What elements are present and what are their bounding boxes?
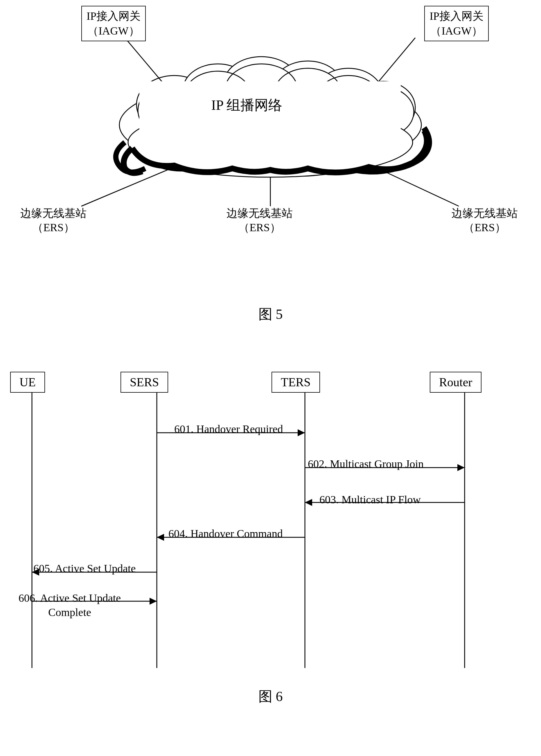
entity-UE-label: UE <box>19 376 36 389</box>
svg-marker-39 <box>157 534 164 541</box>
svg-marker-35 <box>457 464 465 471</box>
ers-right-box: 边缘无线基站 （ERS） <box>452 206 518 235</box>
ers-right-line2: （ERS） <box>452 221 518 235</box>
figure5: IP接入网关 （IAGW） IP接入网关 （IAGW） IP 组播网络 边缘无线… <box>0 0 541 349</box>
iagw-left-line2: （IAGW） <box>87 24 141 38</box>
entity-Router: Router <box>430 372 481 393</box>
msg604-label: 604. Handover Command <box>169 527 283 540</box>
ers-right-line1: 边缘无线基站 <box>452 206 518 221</box>
sequence-diagram: UE SERS TERS Router 601. Handover Requir… <box>0 363 541 712</box>
svg-line-12 <box>372 166 459 206</box>
entity-TERS: TERS <box>271 372 320 393</box>
entity-SERS-label: SERS <box>130 376 159 389</box>
figure6-caption: 图 6 <box>0 687 541 706</box>
entity-Router-label: Router <box>439 376 472 389</box>
entity-TERS-label: TERS <box>281 376 311 389</box>
iagw-right-box: IP接入网关 （IAGW） <box>424 6 489 41</box>
msg606-label: 606. Active Set Update Complete <box>17 591 122 620</box>
msg602-label: 602. Multicast Group Join <box>308 457 424 470</box>
svg-marker-33 <box>298 429 305 436</box>
msg605-label: 605. Active Set Update <box>33 562 136 575</box>
svg-line-8 <box>125 38 180 103</box>
msg601-label: 601. Handover Required <box>174 422 283 435</box>
iagw-left-label: IP接入网关 （IAGW） <box>81 6 146 41</box>
iagw-right-line2: （IAGW） <box>429 24 483 38</box>
ers-left-line2: （ERS） <box>20 221 87 235</box>
ers-left-box: 边缘无线基站 （ERS） <box>20 206 87 235</box>
iagw-left-line1: IP接入网关 <box>87 9 141 24</box>
iagw-left-box: IP接入网关 （IAGW） <box>81 6 146 41</box>
figure6: UE SERS TERS Router 601. Handover Requir… <box>0 363 541 756</box>
svg-point-25 <box>128 108 413 177</box>
svg-line-9 <box>363 38 415 100</box>
iagw-right-label: IP接入网关 （IAGW） <box>424 6 489 41</box>
entity-UE: UE <box>10 372 45 393</box>
entity-SERS: SERS <box>121 372 168 393</box>
msg603-label: 603. Multicast IP Flow <box>319 493 421 506</box>
svg-point-0 <box>119 78 421 171</box>
svg-line-10 <box>81 167 174 206</box>
ers-center-line1: 边缘无线基站 <box>227 206 293 221</box>
ers-left-line1: 边缘无线基站 <box>20 206 87 221</box>
ers-center-box: 边缘无线基站 （ERS） <box>227 206 293 235</box>
ers-center-line2: （ERS） <box>227 221 293 235</box>
figure5-caption: 图 5 <box>0 305 541 324</box>
svg-marker-37 <box>305 499 312 506</box>
iagw-right-line1: IP接入网关 <box>429 9 483 24</box>
svg-marker-43 <box>150 598 157 605</box>
cloud-label: IP 组播网络 <box>87 96 406 114</box>
